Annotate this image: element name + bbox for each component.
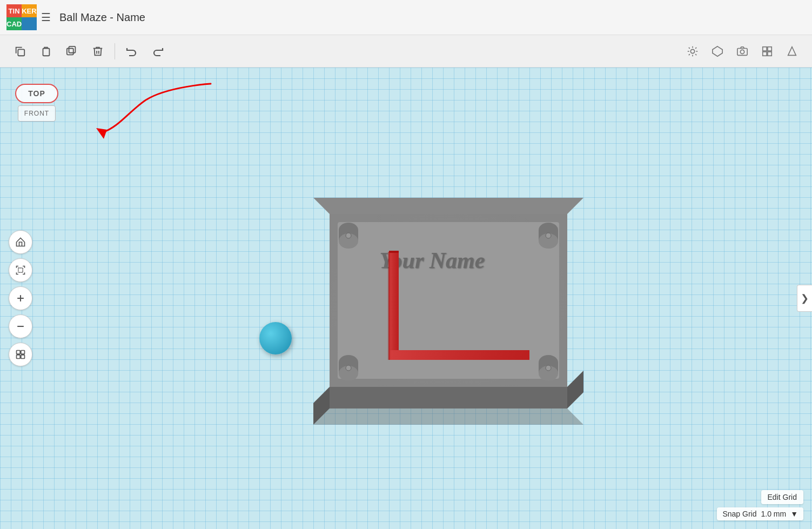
camera-button[interactable]: [731, 40, 754, 63]
delete-button[interactable]: [86, 40, 109, 63]
maze-svg: Your Name: [308, 182, 589, 441]
undo-button[interactable]: [120, 40, 143, 63]
menu-icon[interactable]: ☰: [39, 9, 53, 26]
svg-marker-13: [713, 46, 722, 56]
right-toolbar: [681, 40, 803, 63]
svg-point-54: [346, 365, 351, 371]
svg-rect-1: [43, 48, 50, 56]
svg-rect-3: [69, 46, 76, 52]
logo-cell-blank: [22, 17, 36, 30]
expand-icon: ❯: [801, 292, 809, 304]
view-cube: TOP FRONT: [15, 84, 58, 122]
svg-point-55: [546, 365, 551, 371]
view-top-button[interactable]: TOP: [15, 84, 58, 103]
fit-button[interactable]: [9, 258, 32, 282]
svg-line-12: [695, 47, 696, 48]
logo-cell-ker: KER: [22, 4, 36, 17]
logo-cell-cad: CAD: [6, 17, 22, 30]
svg-rect-26: [17, 351, 21, 354]
light-button[interactable]: [681, 40, 704, 63]
snap-grid-dropdown[interactable]: ▼: [790, 510, 798, 518]
3d-model-container: Your Name: [308, 182, 589, 441]
left-controls: [9, 230, 32, 366]
snap-grid-row: Snap Grid 1.0 mm ▼: [717, 507, 803, 520]
svg-rect-0: [18, 49, 24, 56]
logo-cell-tin: TIN: [6, 4, 22, 17]
blue-ball: [259, 322, 292, 354]
view-mode-button[interactable]: [9, 343, 32, 366]
svg-rect-28: [17, 355, 21, 359]
svg-rect-49: [389, 350, 529, 360]
svg-rect-16: [763, 46, 767, 50]
main-canvas[interactable]: TOP FRONT: [0, 68, 812, 529]
redo-button[interactable]: [146, 40, 169, 63]
zoom-in-button[interactable]: [9, 286, 32, 310]
svg-rect-22: [18, 268, 23, 272]
svg-rect-47: [389, 252, 399, 360]
svg-marker-20: [788, 46, 796, 55]
snap-grid-label: Snap Grid: [722, 510, 756, 518]
grid-button[interactable]: [756, 40, 779, 63]
app-title: Ball Maze - Name: [59, 11, 145, 24]
header: TIN KER CAD ☰ Ball Maze - Name: [0, 0, 812, 35]
svg-rect-29: [21, 355, 25, 359]
svg-point-53: [546, 233, 551, 238]
svg-line-7: [689, 47, 690, 48]
main-toolbar: [0, 35, 812, 68]
expand-button[interactable]: ❯: [797, 285, 812, 312]
toolbar-divider: [115, 43, 115, 59]
snap-grid-value: 1.0 mm: [761, 510, 786, 518]
zoom-out-button[interactable]: [9, 314, 32, 338]
maze-base: Your Name: [308, 182, 589, 441]
svg-rect-51: [388, 252, 390, 360]
tinkercad-logo[interactable]: TIN KER CAD: [6, 4, 32, 30]
svg-rect-17: [768, 46, 771, 50]
svg-point-15: [740, 50, 744, 53]
duplicate-button[interactable]: [61, 40, 83, 63]
copy-button[interactable]: [9, 40, 31, 63]
paste-button[interactable]: [35, 40, 57, 63]
svg-rect-50: [389, 251, 399, 253]
svg-point-52: [346, 233, 351, 238]
shape-button[interactable]: [706, 40, 729, 63]
view-front-button[interactable]: FRONT: [18, 105, 56, 122]
svg-rect-18: [763, 51, 767, 55]
svg-point-4: [690, 49, 694, 53]
svg-rect-2: [67, 48, 73, 55]
svg-line-8: [695, 54, 696, 55]
align-button[interactable]: [781, 40, 803, 63]
edit-grid-button[interactable]: Edit Grid: [761, 490, 803, 504]
svg-rect-27: [21, 351, 25, 354]
svg-line-11: [689, 54, 690, 55]
svg-rect-19: [768, 51, 771, 55]
home-button[interactable]: [9, 230, 32, 254]
bottom-right-controls: Edit Grid Snap Grid 1.0 mm ▼: [717, 490, 803, 520]
